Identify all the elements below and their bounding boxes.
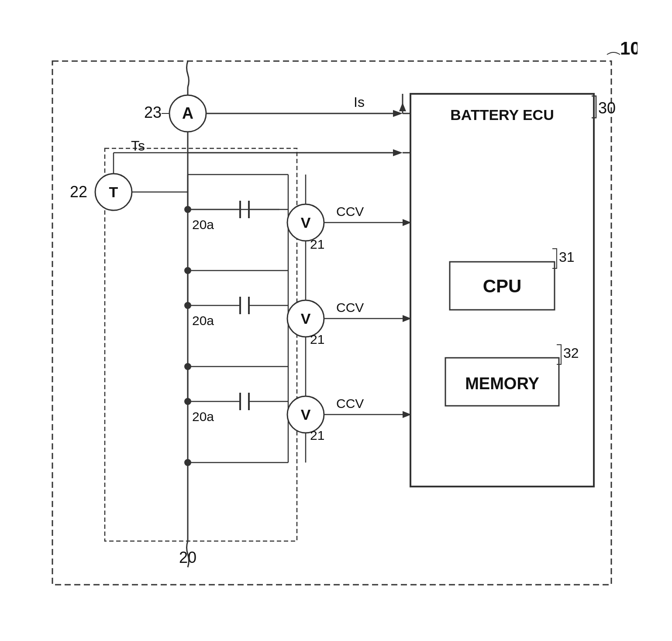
ts-arrow [393,149,403,156]
label-CCV-2: CCV [336,300,364,315]
label-30: 30 [598,99,616,117]
voltmeter-2-label: V [301,310,311,327]
ammeter-label: A [182,104,193,122]
label-21-3: 21 [310,428,324,442]
label-CCV-3: CCV [336,396,364,411]
label-32: 32 [563,345,579,361]
label-20: 20 [179,548,196,566]
is-input-arrow [399,103,406,111]
label-21-2: 21 [310,332,324,346]
label-10: 10 [620,38,638,58]
label-Ts: Ts [131,138,145,154]
label-20a-2: 20a [192,313,214,328]
memory-label: MEMORY [465,374,539,393]
diagram-container: 10 20 A 23 Is Ts [26,26,638,611]
label-23: 23 [144,103,162,121]
label-Is: Is [354,94,365,110]
label-21-1: 21 [310,237,324,251]
cpu-label: CPU [483,276,522,296]
label-20a-3: 20a [192,409,214,424]
label-20a-1: 20a [192,217,214,232]
voltmeter-3-label: V [301,406,311,423]
voltmeter-1-label: V [301,214,311,231]
label-22: 22 [70,183,87,201]
label-31: 31 [559,249,575,265]
temp-sensor-label: T [109,184,118,200]
label-CCV-1: CCV [336,204,364,219]
battery-ecu-label: BATTERY ECU [450,106,554,123]
battery-pack-boundary [105,148,297,541]
